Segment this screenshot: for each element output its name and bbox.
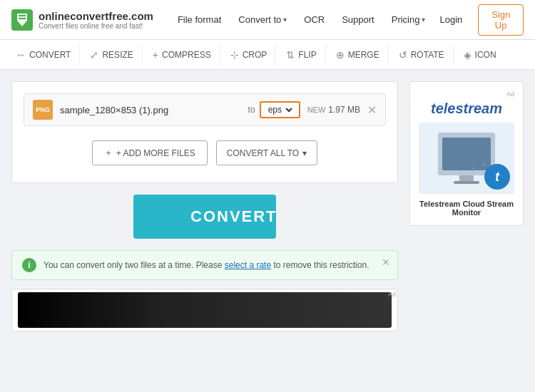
nav-pricing[interactable]: Pricing▾ (384, 9, 433, 31)
world-map (442, 138, 491, 170)
site-tagline: Convert files online free and fast! (39, 22, 153, 30)
convert-button-area: CONVERT (11, 195, 398, 239)
format-select-input[interactable]: eps png jpg svg pdf (265, 104, 295, 115)
left-panel: PNG sample_1280×853 (1).png to eps png j… (11, 81, 398, 331)
convert-button[interactable]: CONVERT (133, 195, 276, 239)
to-label: to (248, 105, 255, 115)
right-panel: Ad telestream t Telestream Cloud Stream … (409, 81, 524, 331)
logo[interactable]: onlineconvertfree.com Convert files onli… (11, 9, 153, 31)
toolbar: ↔ CONVERT ⤢ RESIZE + COMPRESS ⊹ CROP ⇅ F… (0, 40, 535, 70)
main-nav: File format Convert to▾ OCR Support Pric… (170, 9, 433, 31)
file-type-icon: PNG (33, 100, 53, 120)
notice-bar: i You can convert only two files at a ti… (11, 250, 398, 280)
login-button[interactable]: Login (432, 10, 469, 29)
logo-text: onlineconvertfree.com Convert files onli… (39, 10, 153, 30)
svg-rect-2 (19, 15, 26, 16)
nav-convert-to[interactable]: Convert to▾ (231, 9, 294, 31)
rotate-icon: ↺ (399, 49, 407, 61)
format-selector[interactable]: eps png jpg svg pdf (260, 101, 300, 118)
notice-text: You can convert only two files at a time… (44, 260, 369, 270)
toolbar-crop[interactable]: ⊹ CROP (222, 45, 277, 65)
main-area: PNG sample_1280×853 (1).png to eps png j… (0, 70, 535, 343)
header-actions: Login Sign Up (432, 4, 524, 36)
info-icon: i (22, 258, 36, 272)
telestream-visual: t (419, 123, 514, 194)
ad-label: Ad (388, 291, 396, 298)
monitor-screen (442, 138, 491, 170)
toolbar-merge[interactable]: ⊕ MERGE (327, 45, 389, 65)
site-name: onlineconvertfree.com (39, 10, 153, 22)
nav-ocr[interactable]: OCR (297, 9, 332, 31)
toolbar-convert[interactable]: ↔ CONVERT (7, 45, 80, 65)
monitor-stand (459, 175, 474, 181)
icon-tool-icon: ◈ (464, 49, 472, 61)
new-label: NEW (307, 105, 326, 114)
toolbar-flip[interactable]: ⇅ FLIP (277, 45, 325, 65)
add-more-files-button[interactable]: ＋ + ADD MORE FILES (92, 140, 208, 165)
convert-all-button[interactable]: CONVERT ALL TO ▾ (216, 140, 317, 165)
ad-title: Telestream Cloud Stream Monitor (419, 200, 514, 217)
signup-button[interactable]: Sign Up (478, 4, 524, 36)
flip-icon: ⇅ (286, 49, 295, 61)
plus-icon: ＋ (104, 147, 113, 159)
nav-file-format[interactable]: File format (170, 9, 228, 31)
remove-file-button[interactable]: ✕ (367, 103, 377, 117)
file-row: PNG sample_1280×853 (1).png to eps png j… (24, 93, 386, 126)
select-rate-link[interactable]: select a rate (225, 260, 271, 270)
toolbar-compress[interactable]: + COMPRESS (144, 45, 220, 65)
telestream-logo: telestream (419, 100, 514, 117)
toolbar-resize[interactable]: ⤢ RESIZE (81, 45, 142, 65)
side-ad: Ad telestream t Telestream Cloud Stream … (409, 81, 524, 226)
convert-icon: ↔ (16, 49, 26, 61)
bottom-ad: Ad (11, 289, 398, 331)
merge-icon: ⊕ (336, 49, 345, 61)
file-size: 1.97 MB (328, 105, 360, 115)
ad-content (18, 292, 392, 328)
nav-support[interactable]: Support (335, 9, 382, 31)
file-name: sample_1280×853 (1).png (60, 105, 248, 115)
notice-close-button[interactable]: ✕ (382, 257, 390, 268)
chevron-down-icon: ▾ (422, 16, 425, 24)
header: onlineconvertfree.com Convert files onli… (0, 0, 535, 40)
telestream-badge: t (484, 164, 510, 190)
convert-box: PNG sample_1280×853 (1).png to eps png j… (11, 81, 398, 183)
monitor-base (454, 181, 479, 184)
svg-rect-3 (19, 18, 26, 19)
logo-icon (11, 9, 33, 31)
ad-indicator: Ad (419, 91, 514, 98)
crop-icon: ⊹ (230, 49, 239, 61)
chevron-down-icon: ▾ (302, 148, 307, 158)
toolbar-rotate[interactable]: ↺ ROTATE (390, 45, 454, 65)
toolbar-icon[interactable]: ◈ ICON (455, 45, 505, 65)
action-row: ＋ + ADD MORE FILES CONVERT ALL TO ▾ (24, 140, 386, 165)
compress-icon: + (153, 49, 158, 61)
resize-icon: ⤢ (90, 49, 98, 61)
chevron-down-icon: ▾ (283, 16, 287, 24)
